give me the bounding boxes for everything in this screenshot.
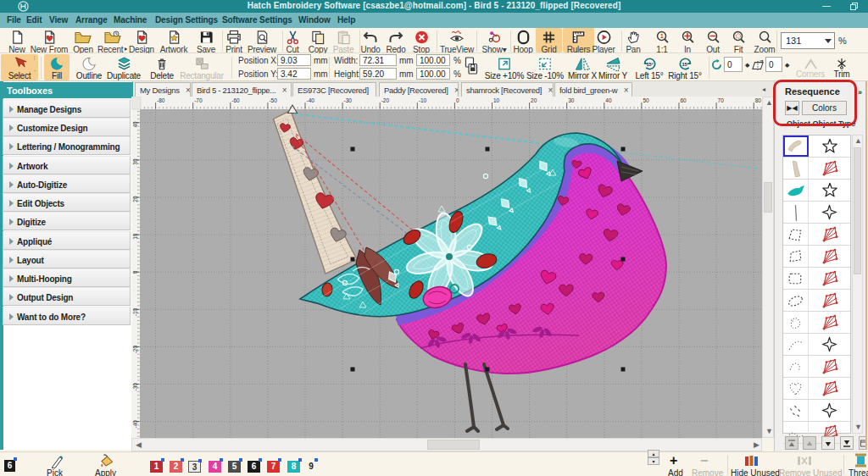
svg-text:0: 0 (456, 97, 459, 103)
svg-text:0: 0 (132, 270, 138, 274)
svg-text:-70: -70 (194, 97, 203, 103)
svg-text:20: 20 (531, 97, 537, 103)
svg-text:-20: -20 (132, 346, 138, 354)
svg-text:10: 10 (132, 233, 138, 240)
svg-text:-80: -80 (157, 97, 165, 103)
svg-text:-40: -40 (307, 97, 315, 103)
svg-text:1: 1 (660, 33, 664, 39)
svg-text:50: 50 (643, 97, 649, 103)
svg-text:-40: -40 (132, 420, 138, 429)
svg-text:-10: -10 (132, 307, 138, 316)
svg-text:40: 40 (132, 121, 138, 128)
svg-text:20: 20 (132, 196, 138, 202)
svg-text:40: 40 (605, 97, 612, 103)
svg-text:80: 80 (755, 97, 762, 103)
svg-text:-60: -60 (231, 97, 240, 103)
svg-text:10: 10 (493, 97, 500, 103)
svg-text:-30: -30 (344, 97, 353, 103)
svg-text:30: 30 (568, 97, 575, 103)
svg-text:-30: -30 (132, 383, 138, 391)
svg-text:-10: -10 (419, 97, 427, 103)
svg-text:-50: -50 (269, 97, 277, 103)
svg-text:30: 30 (132, 158, 138, 165)
svg-text:-20: -20 (381, 97, 390, 103)
svg-text:60: 60 (681, 97, 687, 103)
svg-text:70: 70 (718, 97, 725, 103)
